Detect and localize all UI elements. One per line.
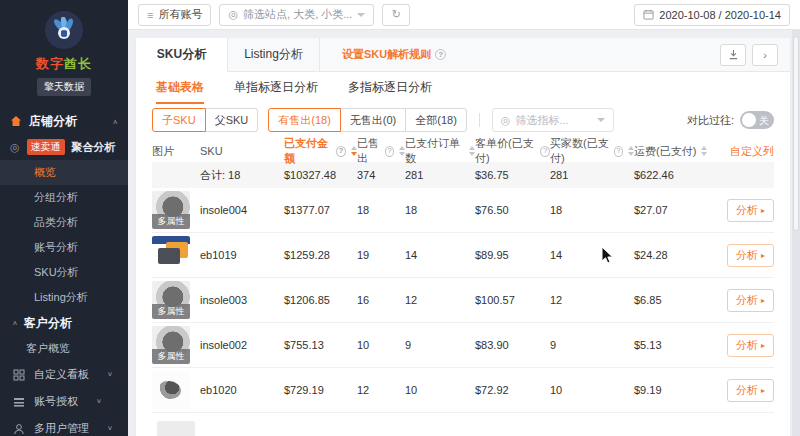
cell-sku: eb1020 [200, 384, 284, 396]
sidebar-item-custom-dashboard[interactable]: 自定义看板 ∨ [0, 361, 128, 388]
scrollbar-thumb[interactable] [793, 36, 799, 231]
analyze-button[interactable]: 分析▸ [727, 289, 774, 312]
col-label: 运费(已支付) [634, 144, 696, 159]
expand-button[interactable]: › [752, 44, 778, 66]
cell-avg-price: $100.57 [475, 294, 550, 306]
col-header-image: 图片 [152, 144, 200, 159]
sidebar-section-shop-analysis[interactable]: 店铺分析 ∧ [0, 108, 128, 134]
cell-sold: 16 [357, 294, 405, 306]
sold-filter-all-button[interactable]: 全部(18) [405, 108, 467, 132]
sidebar-item-group-analysis[interactable]: 分组分析 [0, 185, 128, 210]
table-header-row: 图片 SKU 已支付金额 ? 已售出 ? 已支付订单数 客单价(已支付) [152, 136, 774, 162]
cell-shipping: $24.28 [634, 249, 724, 261]
subtab-single-metric-daily[interactable]: 单指标逐日分析 [234, 72, 318, 104]
sold-filter-no-sales-button[interactable]: 无售出(0) [340, 108, 406, 132]
analyze-label: 分析 [736, 293, 758, 308]
sidebar-item-multi-user-management[interactable]: 多用户管理 ∨ [0, 415, 128, 436]
cell-paid-amount: $755.13 [284, 339, 357, 351]
col-header-paid-amount[interactable]: 已支付金额 ? [284, 136, 357, 166]
analyze-button[interactable]: 分析▸ [727, 334, 774, 357]
chevron-right-icon: › [763, 49, 767, 61]
refresh-icon: ↻ [392, 8, 401, 21]
topbar: ≡ 所有账号 ◎ 筛选站点, 大类, 小类... ↻ 2020-10-08 / … [128, 0, 800, 30]
totals-paid-amount: $10327.48 [284, 169, 357, 181]
menu-icon: ≡ [147, 9, 153, 21]
chevron-down-icon: ∨ [107, 425, 113, 432]
brand-name-secondary: 酋长 [64, 56, 92, 71]
chevron-down-icon [597, 118, 605, 122]
cell-sold: 10 [357, 339, 405, 351]
sidebar-item-category-analysis[interactable]: 品类分析 [0, 210, 128, 235]
arrow-right-icon: ▸ [761, 341, 765, 350]
arrow-right-icon: ▸ [761, 296, 765, 305]
cell-sold: 18 [357, 204, 405, 216]
chevron-down-icon: ∨ [107, 371, 113, 378]
sidebar-item-customer-overview[interactable]: 客户概览 [0, 336, 128, 361]
col-header-paid-orders[interactable]: 已支付订单数 [405, 136, 475, 166]
target-icon: ◎ [10, 141, 20, 154]
sidebar-platform-row[interactable]: ◎ 速卖通 聚合分析 [0, 134, 128, 160]
list-icon [13, 396, 25, 408]
cell-buyers: 12 [550, 294, 634, 306]
cell-orders: 18 [405, 204, 475, 216]
chevron-down-icon: ∨ [96, 398, 102, 405]
sold-filter-segment: 有售出(18) 无售出(0) 全部(18) [268, 108, 467, 132]
tab-listing-analysis[interactable]: Listing分析 [228, 38, 320, 71]
sidebar-section-customer-analysis[interactable]: ∧ 客户分析 [0, 310, 128, 336]
info-icon: ? [336, 146, 346, 157]
subtab-basic-table[interactable]: 基础表格 [156, 72, 204, 104]
date-range-picker[interactable]: 2020-10-08 / 2020-10-14 [634, 4, 790, 26]
product-thumbnail[interactable] [152, 371, 190, 409]
globe-icon: ◎ [228, 8, 238, 21]
product-thumbnail[interactable] [152, 236, 190, 274]
calendar-icon [643, 9, 654, 20]
analyze-label: 分析 [736, 338, 758, 353]
multi-attribute-badge: 多属性 [152, 304, 190, 319]
cell-paid-amount: $729.19 [284, 384, 357, 396]
sku-parse-rules-label: 设置SKU解析规则 [342, 47, 431, 62]
col-header-shipping[interactable]: 运费(已支付) [634, 144, 724, 159]
sidebar-section-label: 客户分析 [24, 315, 72, 332]
sku-type-segment: 子SKU 父SKU [152, 108, 258, 132]
col-label: 买家数(已支付) [550, 136, 611, 166]
sidebar-item-account-analysis[interactable]: 账号分析 [0, 235, 128, 260]
refresh-button[interactable]: ↻ [382, 4, 410, 26]
analyze-button[interactable]: 分析▸ [727, 199, 774, 222]
sidebar-item-sku-analysis[interactable]: SKU分析 [0, 260, 128, 285]
product-thumbnail[interactable]: 多属性 [152, 191, 190, 229]
download-button[interactable] [720, 44, 746, 66]
cell-paid-amount: $1206.85 [284, 294, 357, 306]
product-thumbnail[interactable]: 多属性 [152, 326, 190, 364]
sku-type-parent-button[interactable]: 父SKU [205, 108, 259, 132]
chevron-up-icon: ∧ [12, 319, 18, 326]
analyze-button[interactable]: 分析▸ [727, 379, 774, 402]
totals-sold: 374 [357, 169, 405, 181]
cell-shipping: $9.19 [634, 384, 724, 396]
analyze-button[interactable]: 分析▸ [727, 244, 774, 267]
col-header-sold[interactable]: 已售出 ? [357, 136, 405, 166]
site-filter-select[interactable]: ◎ 筛选站点, 大类, 小类... [219, 4, 374, 26]
product-thumbnail[interactable]: 多属性 [152, 281, 190, 319]
tab-sku-analysis[interactable]: SKU分析 [136, 38, 228, 72]
analyze-label: 分析 [736, 383, 758, 398]
compare-past-toggle[interactable]: 关 [740, 111, 774, 129]
sidebar-item-overview[interactable]: 概览 [0, 160, 128, 185]
help-icon: ? [435, 49, 446, 60]
subtab-multi-metric-daily[interactable]: 多指标逐日分析 [348, 72, 432, 104]
all-accounts-button[interactable]: ≡ 所有账号 [138, 4, 211, 26]
cell-paid-amount: $1377.07 [284, 204, 357, 216]
custom-columns-link[interactable]: 自定义列 [724, 144, 774, 159]
sort-control[interactable] [701, 146, 707, 156]
scrollbar-track[interactable] [792, 30, 800, 436]
sold-filter-has-sales-button[interactable]: 有售出(18) [268, 108, 341, 132]
site-filter-placeholder: 筛选站点, 大类, 小类... [243, 7, 352, 22]
sidebar-item-account-authorization[interactable]: 账号授权 ∨ [0, 388, 128, 415]
metric-filter-placeholder: 筛选指标... [515, 113, 591, 128]
sku-parse-rules-link[interactable]: 设置SKU解析规则 ? [342, 38, 446, 71]
brand-name: 数字酋长 [0, 55, 128, 73]
metric-filter-select[interactable]: ◎ 筛选指标... [492, 108, 614, 132]
all-accounts-label: 所有账号 [158, 7, 202, 22]
sku-type-child-button[interactable]: 子SKU [152, 108, 206, 132]
col-header-buyers[interactable]: 买家数(已支付) ? [550, 136, 634, 166]
sidebar-item-listing-analysis[interactable]: Listing分析 [0, 285, 128, 310]
